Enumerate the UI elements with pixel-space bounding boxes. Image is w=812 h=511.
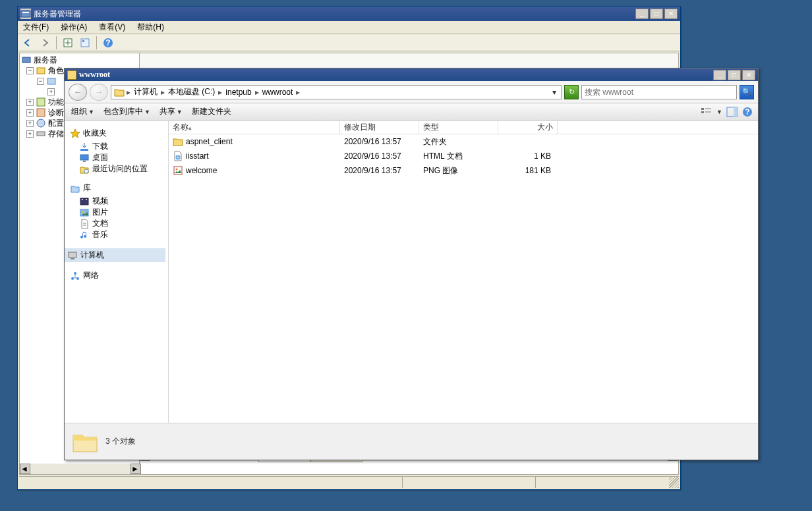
share-menu[interactable]: 共享▼ bbox=[157, 105, 185, 119]
nav-network[interactable]: 网络 bbox=[70, 270, 165, 281]
menu-action[interactable]: 操作(A) bbox=[58, 21, 90, 34]
file-name: welcome bbox=[186, 166, 217, 175]
svg-rect-8 bbox=[37, 68, 45, 74]
refresh-icon[interactable] bbox=[61, 36, 75, 50]
folder-icon bbox=[114, 87, 125, 97]
svg-rect-21 bbox=[701, 108, 704, 110]
nav-desktop[interactable]: 桌面 bbox=[70, 152, 165, 163]
explorer-file-list: 名称 修改日期 类型 大小 aspnet_client2020/9/16 13:… bbox=[169, 121, 758, 423]
help-button[interactable]: ? bbox=[101, 36, 115, 50]
menu-file[interactable]: 文件(F) bbox=[20, 21, 51, 34]
nav-documents[interactable]: 文档 bbox=[70, 218, 165, 229]
include-menu[interactable]: 包含到库中▼ bbox=[101, 105, 153, 119]
nav-videos[interactable]: 视频 bbox=[70, 196, 165, 207]
menu-view[interactable]: 查看(V) bbox=[96, 21, 128, 34]
svg-point-34 bbox=[82, 199, 83, 200]
svg-rect-13 bbox=[37, 132, 45, 136]
minimize-button[interactable]: _ bbox=[713, 70, 726, 80]
column-headers: 名称 修改日期 类型 大小 bbox=[169, 121, 758, 134]
chevron-down-icon[interactable]: ▾ bbox=[549, 88, 560, 97]
crumb-wwwroot[interactable]: wwwroot bbox=[261, 88, 295, 97]
tree-features[interactable]: 功能 bbox=[48, 97, 64, 108]
svg-rect-11 bbox=[37, 109, 45, 117]
chevron-down-icon[interactable]: ▼ bbox=[716, 109, 722, 115]
maximize-button[interactable]: □ bbox=[650, 9, 663, 19]
menu-help[interactable]: 帮助(H) bbox=[134, 21, 167, 34]
svg-rect-3 bbox=[81, 39, 89, 47]
file-row[interactable]: welcome2020/9/16 13:57PNG 图像181 KB bbox=[169, 163, 758, 178]
file-row[interactable]: iisstart2020/9/16 13:57HTML 文档1 KB bbox=[169, 149, 758, 163]
nav-downloads[interactable]: 下载 bbox=[70, 141, 165, 152]
chevron-right-icon[interactable]: ▸ bbox=[160, 88, 165, 97]
search-input[interactable] bbox=[582, 88, 736, 97]
folder-icon bbox=[67, 70, 76, 80]
collapse-icon[interactable]: − bbox=[26, 67, 34, 74]
close-button[interactable]: ✕ bbox=[742, 70, 755, 80]
refresh-button[interactable]: ↻ bbox=[564, 85, 579, 99]
chevron-right-icon[interactable]: ▸ bbox=[126, 88, 131, 97]
view-options-icon[interactable] bbox=[701, 107, 712, 117]
search-button[interactable]: 🔍 bbox=[740, 85, 754, 99]
minimize-button[interactable]: _ bbox=[635, 9, 649, 19]
file-name: iisstart bbox=[186, 151, 209, 161]
nav-pictures[interactable]: 图片 bbox=[70, 207, 165, 218]
expand-icon[interactable]: + bbox=[26, 109, 34, 117]
nav-back-button[interactable] bbox=[20, 36, 35, 50]
tree-config[interactable]: 配置 bbox=[48, 118, 64, 129]
expand-icon[interactable]: + bbox=[26, 99, 34, 106]
tree-roles[interactable]: 角色 bbox=[48, 65, 64, 76]
nav-music[interactable]: 音乐 bbox=[70, 229, 165, 240]
svg-rect-0 bbox=[21, 11, 30, 17]
nav-libraries[interactable]: 库 bbox=[70, 182, 165, 194]
explorer-titlebar[interactable]: wwwroot _ □ ✕ bbox=[65, 68, 758, 81]
help-icon[interactable]: ? bbox=[742, 107, 754, 117]
crumb-inetpub[interactable]: inetpub bbox=[224, 88, 252, 97]
collapse-icon[interactable]: − bbox=[37, 78, 44, 85]
chevron-down-icon: ▼ bbox=[88, 109, 94, 115]
chevron-right-icon[interactable]: ▸ bbox=[254, 88, 260, 97]
music-icon bbox=[79, 230, 90, 240]
chevron-right-icon[interactable]: ▸ bbox=[295, 88, 301, 97]
nav-recent[interactable]: 最近访问的位置 bbox=[70, 163, 165, 175]
preview-pane-icon[interactable] bbox=[726, 107, 738, 117]
nav-favorites[interactable]: 收藏夹 bbox=[70, 128, 165, 139]
svg-text:?: ? bbox=[745, 107, 749, 117]
maximize-button[interactable]: □ bbox=[728, 70, 741, 80]
nav-forward-button[interactable]: → bbox=[90, 84, 108, 101]
properties-icon[interactable] bbox=[78, 36, 92, 50]
tree-diag[interactable]: 诊断 bbox=[48, 107, 64, 119]
breadcrumb[interactable]: ▸ 计算机 ▸ 本地磁盘 (C:) ▸ inetpub ▸ wwwroot ▸ … bbox=[111, 85, 562, 99]
star-icon bbox=[70, 128, 80, 139]
resize-grip[interactable] bbox=[669, 477, 679, 488]
server-manager-titlebar[interactable]: 服务器管理器 _ □ ✕ bbox=[18, 7, 680, 21]
svg-point-44 bbox=[74, 272, 76, 275]
explorer-statusbar: 3 个对象 bbox=[65, 423, 758, 460]
tree-storage[interactable]: 存储 bbox=[48, 128, 64, 140]
nav-computer[interactable]: 计算机 bbox=[65, 248, 165, 262]
col-type[interactable]: 类型 bbox=[419, 121, 498, 134]
nav-forward-button[interactable] bbox=[38, 36, 52, 50]
col-date[interactable]: 修改日期 bbox=[340, 121, 419, 134]
col-size[interactable]: 大小 bbox=[498, 121, 558, 134]
crumb-drive[interactable]: 本地磁盘 (C:) bbox=[167, 86, 216, 97]
col-name[interactable]: 名称 bbox=[169, 121, 340, 134]
file-date: 2020/9/16 13:57 bbox=[340, 166, 419, 175]
nav-back-button[interactable]: ← bbox=[69, 84, 87, 101]
svg-point-47 bbox=[176, 169, 178, 171]
chevron-right-icon[interactable]: ▸ bbox=[218, 88, 223, 97]
search-box[interactable] bbox=[581, 85, 737, 99]
svg-text:?: ? bbox=[105, 38, 110, 47]
server-manager-title: 服务器管理器 bbox=[34, 9, 81, 20]
expand-icon[interactable]: + bbox=[47, 88, 55, 95]
expand-icon[interactable]: + bbox=[26, 120, 34, 127]
organize-menu[interactable]: 组织▼ bbox=[69, 105, 97, 119]
tree-h-scrollbar[interactable]: ◄► bbox=[20, 464, 141, 474]
file-row[interactable]: aspnet_client2020/9/16 13:57文件夹 bbox=[169, 134, 758, 149]
new-folder-button[interactable]: 新建文件夹 bbox=[189, 105, 234, 119]
tree-root[interactable]: 服务器 bbox=[34, 55, 57, 66]
crumb-computer[interactable]: 计算机 bbox=[132, 86, 159, 97]
svg-rect-10 bbox=[37, 98, 45, 106]
close-button[interactable]: ✕ bbox=[664, 9, 678, 19]
network-icon bbox=[70, 271, 80, 281]
expand-icon[interactable]: + bbox=[26, 130, 34, 138]
